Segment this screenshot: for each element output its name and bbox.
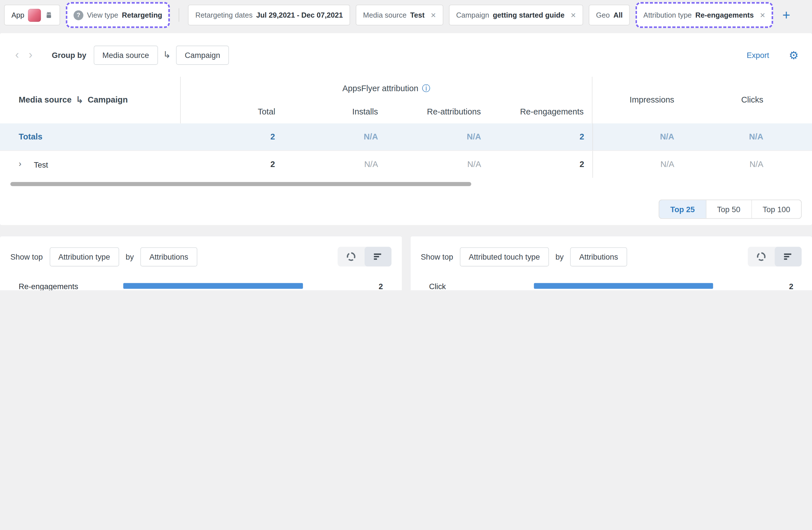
bar-row: Click 2 xyxy=(421,283,801,291)
metric-select[interactable]: Attributions xyxy=(141,247,197,266)
help-icon: ? xyxy=(73,10,83,20)
filter-chip-media-source[interactable]: Media source Test × xyxy=(356,4,443,25)
view-type-value: Retargeting xyxy=(122,11,162,19)
dimension-select[interactable]: Attributed touch type xyxy=(460,247,549,266)
page-back-button[interactable]: ‹ xyxy=(11,49,24,60)
filter-chip-retargeting-dates[interactable]: Retargeting dates Jul 29,2021 - Dec 07,2… xyxy=(188,4,350,25)
app-chip-label: App xyxy=(11,11,24,19)
top-n-toggle: Top 25 Top 50 Top 100 xyxy=(659,200,801,219)
info-icon[interactable]: ⓘ xyxy=(422,83,430,94)
bar-view-button[interactable] xyxy=(364,247,391,266)
column-header-installs: Installs xyxy=(284,100,386,123)
chart-controls: Show top Attributed touch type by Attrib… xyxy=(421,247,801,266)
dimension-select[interactable]: Attribution type xyxy=(49,247,119,266)
settings-gear-icon[interactable]: ⚙ xyxy=(786,49,801,61)
top-25-button[interactable]: Top 25 xyxy=(659,200,706,219)
chart-controls: Show top Attribution type by Attribution… xyxy=(11,247,391,266)
page-forward-button[interactable]: › xyxy=(24,49,37,60)
attribution-table-panel: ‹ › Group by Media source ↳ Campaign Exp… xyxy=(0,33,812,225)
totals-impressions: N/A xyxy=(592,123,700,150)
filter-chip-campaign[interactable]: Campaign getting started guide × xyxy=(449,4,583,25)
bar-chart-icon xyxy=(373,251,383,262)
close-icon[interactable]: × xyxy=(760,11,765,19)
close-icon[interactable]: × xyxy=(571,11,576,19)
nested-arrow-icon: ↳ xyxy=(76,94,84,106)
group-by-label: Group by xyxy=(52,51,87,59)
nested-group-arrow-icon: ↳ xyxy=(163,49,171,60)
horizontal-scrollbar-track xyxy=(11,182,812,186)
bar-row: Re-engagements 2 xyxy=(11,283,391,291)
add-filter-button[interactable]: + xyxy=(779,8,794,22)
table-toolbar: ‹ › Group by Media source ↳ Campaign Exp… xyxy=(0,33,812,65)
totals-total: 2 xyxy=(180,123,283,150)
table-row[interactable]: › Test 2 N/A N/A 2 N/A N/A xyxy=(0,150,812,178)
totals-reengagements: 2 xyxy=(489,123,592,150)
attribution-table: Media source ↳ Campaign AppsFlyer attrib… xyxy=(0,77,812,186)
campaign-value: getting started guide xyxy=(493,11,565,19)
metric-select[interactable]: Attributions xyxy=(570,247,627,266)
filter-chip-geo[interactable]: Geo All xyxy=(589,4,630,25)
filter-bar: App ? View type Retargeting Retargeting … xyxy=(0,0,812,30)
pie-view-button[interactable] xyxy=(337,247,364,266)
chart-panels: Show top Attribution type by Attribution… xyxy=(0,236,812,290)
attribution-type-label: Attribution type xyxy=(643,11,692,19)
group-by-primary-select[interactable]: Media source xyxy=(93,45,158,65)
media-source-value: Test xyxy=(410,11,425,19)
dashboard: App ? View type Retargeting Retargeting … xyxy=(0,0,812,290)
group-header: AppsFlyer attribution ⓘ xyxy=(181,77,592,100)
expand-row-icon[interactable]: › xyxy=(19,159,21,168)
dates-value: Jul 29,2021 - Dec 07,2021 xyxy=(256,11,343,19)
row-reengagements: 2 xyxy=(489,151,592,178)
totals-row: Totals 2 N/A N/A 2 N/A N/A xyxy=(0,123,812,150)
bar-category-label: Re-engagements xyxy=(11,282,124,290)
bar-track xyxy=(534,283,758,291)
column-header-total: Total xyxy=(181,100,284,123)
top-n-row: Top 25 Top 50 Top 100 xyxy=(0,186,812,219)
row-header-primary: Media source xyxy=(19,95,72,105)
chart-panel-attribution-type: Show top Attribution type by Attribution… xyxy=(0,236,402,290)
dates-label: Retargeting dates xyxy=(195,11,252,19)
geo-value: All xyxy=(613,11,623,19)
group-by-secondary-select[interactable]: Campaign xyxy=(176,45,229,65)
top-100-button[interactable]: Top 100 xyxy=(752,200,801,219)
bar-category-label: Click xyxy=(421,282,534,290)
export-button[interactable]: Export xyxy=(744,50,772,60)
by-label: by xyxy=(126,252,134,261)
bar-view-button[interactable] xyxy=(775,247,802,266)
top-50-button[interactable]: Top 50 xyxy=(706,200,752,219)
bar-value: 2 xyxy=(758,282,801,290)
media-source-label: Media source xyxy=(363,11,407,19)
by-label: by xyxy=(555,252,564,261)
geo-label: Geo xyxy=(596,11,610,19)
row-header-cell: Media source ↳ Campaign xyxy=(0,77,180,123)
pie-view-button[interactable] xyxy=(748,247,775,266)
column-header-clicks: Clicks xyxy=(700,77,812,123)
filter-chip-attribution-type[interactable]: Attribution type Re-engagements × xyxy=(636,2,773,28)
pie-chart-icon xyxy=(346,251,356,262)
group-header-title: AppsFlyer attribution xyxy=(343,84,419,94)
close-icon[interactable]: × xyxy=(431,11,436,19)
row-installs: N/A xyxy=(283,151,386,178)
filter-chip-app[interactable]: App xyxy=(4,4,60,25)
row-clicks: N/A xyxy=(700,151,812,178)
row-impressions: N/A xyxy=(592,151,700,178)
chart-view-toggle xyxy=(748,247,802,266)
app-icon xyxy=(28,9,41,22)
filter-divider xyxy=(179,8,179,22)
filter-chip-view-type[interactable]: ? View type Retargeting xyxy=(66,2,170,28)
show-top-label: Show top xyxy=(11,252,43,261)
android-icon xyxy=(45,11,53,19)
pie-chart-icon xyxy=(756,251,767,262)
view-type-label: View type xyxy=(87,11,118,19)
bar xyxy=(123,283,303,289)
attribution-type-value: Re-engagements xyxy=(695,11,754,19)
bar-chart-icon xyxy=(783,251,794,262)
chart-panel-attributed-touch-type: Show top Attributed touch type by Attrib… xyxy=(410,236,812,290)
column-header-reattributions: Re-attributions xyxy=(387,100,489,123)
column-header-impressions: Impressions xyxy=(592,77,700,123)
attribution-group-column: AppsFlyer attribution ⓘ Total Installs R… xyxy=(180,77,592,123)
totals-installs: N/A xyxy=(283,123,386,150)
row-reattributions: N/A xyxy=(387,151,489,178)
horizontal-scrollbar[interactable] xyxy=(11,182,471,186)
totals-reattributions: N/A xyxy=(387,123,489,150)
